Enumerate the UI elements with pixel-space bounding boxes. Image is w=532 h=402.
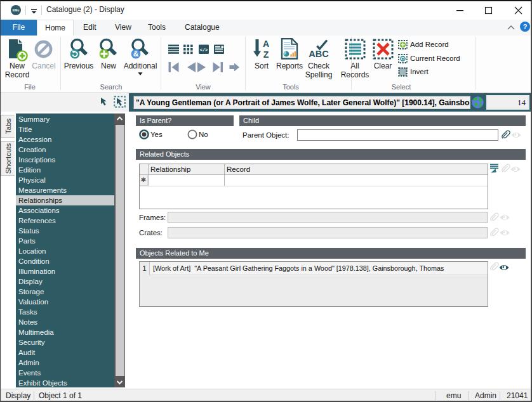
svg-text:Z: Z xyxy=(263,49,269,59)
svg-text:ABC: ABC xyxy=(309,49,329,59)
svg-text:</>: </> xyxy=(200,48,208,53)
svg-text:&: & xyxy=(133,49,139,58)
svg-text:A: A xyxy=(263,39,269,49)
